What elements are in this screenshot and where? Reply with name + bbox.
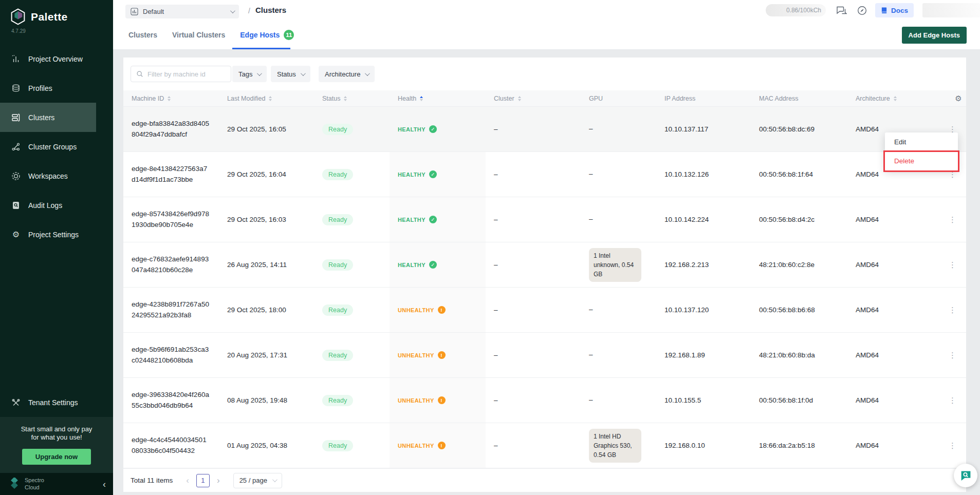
feedback-chat-icon[interactable] [836, 6, 847, 15]
status-filter-dropdown[interactable]: Status [271, 66, 310, 82]
health-status-icon [429, 125, 437, 133]
search-input[interactable] [147, 70, 226, 78]
explore-compass-icon[interactable] [857, 6, 867, 15]
table-row[interactable]: edge-c76832aefe914893047a48210b60c28e 26… [123, 242, 966, 288]
sort-icon[interactable] [269, 96, 272, 101]
last-modified-cell: 26 Aug 2025, 14:11 [219, 242, 314, 287]
sidebar-collapse-icon[interactable]: ‹ [103, 480, 106, 489]
docs-button[interactable]: Docs [875, 3, 914, 17]
context-menu-delete[interactable]: Delete [885, 151, 958, 170]
column-header-machine-id[interactable]: Machine ID [123, 95, 219, 102]
table-row[interactable]: edge-bfa83842a83d8405804f29a47ddbafcf 29… [123, 107, 966, 152]
status-badge: Ready [322, 304, 353, 316]
sidebar-item-profiles[interactable]: Profiles [0, 73, 113, 103]
tab-edge-hosts[interactable]: Edge Hosts 11 [240, 30, 294, 40]
mac-address-cell: 00:50:56:b8:1f:0d [751, 378, 847, 423]
sidebar-item-label: Project Settings [28, 231, 79, 239]
kebab-menu-icon[interactable]: ⋮ [945, 394, 960, 407]
sidebar-item-project-overview[interactable]: Project Overview [0, 44, 113, 73]
tab-virtual-clusters[interactable]: Virtual Clusters [172, 31, 225, 39]
column-header-health[interactable]: Health [390, 95, 486, 102]
tags-filter-dropdown[interactable]: Tags [232, 66, 267, 82]
kebab-menu-icon[interactable]: ⋮ [945, 213, 960, 226]
sort-icon[interactable] [168, 96, 171, 101]
last-modified-cell: 29 Oct 2025, 18:00 [219, 288, 314, 332]
kebab-menu-icon[interactable]: ⋮ [945, 258, 960, 272]
sidebar-item-workspaces[interactable]: Workspaces [0, 161, 113, 191]
sidebar-item-label: Project Overview [28, 55, 83, 63]
mac-address-cell: 00:50:56:b8:b6:68 [751, 288, 847, 332]
table-row[interactable]: edge-4238b891f7267a5024295521a92b3fa8 29… [123, 288, 966, 333]
ip-address-cell: 10.10.132.126 [656, 152, 751, 197]
sort-icon[interactable] [518, 96, 521, 101]
project-selector[interactable]: Default [125, 5, 239, 18]
kebab-menu-icon[interactable]: ⋮ [945, 303, 960, 317]
sidebar-item-audit-logs[interactable]: Audit Logs [0, 191, 113, 220]
column-settings-gear-icon[interactable]: ⚙ [942, 94, 966, 103]
promo-line2: for what you use! [5, 433, 108, 442]
table-row[interactable]: edge-4c4c4544003450108033b6c04f504432 01… [123, 423, 966, 468]
health-badge: HEALTHY [398, 261, 437, 269]
table-header-row: Machine ID Last Modified Status Health C… [123, 90, 966, 107]
status-filter-label: Status [277, 70, 296, 78]
machine-id-search[interactable] [131, 66, 231, 82]
status-badge: Ready [322, 440, 353, 451]
column-header-mac-address: MAC Address [751, 95, 847, 102]
tab-edge-hosts-label: Edge Hosts [240, 31, 280, 39]
previous-page-icon[interactable]: ‹ [186, 475, 189, 486]
sidebar-nav: Project Overview Profiles Clusters Clust… [0, 44, 113, 249]
machine-id-cell: edge-4238b891f7267a5024295521a92b3fa8 [123, 288, 219, 332]
table-row[interactable]: edge-857438426ef9d9781930dbe90b705e4e 29… [123, 197, 966, 242]
column-header-status[interactable]: Status [314, 95, 390, 102]
table-row[interactable]: edge-5b96f691ab253ca3c02448210b608bda 20… [123, 333, 966, 378]
status-cell: Ready [314, 423, 390, 468]
help-chat-launcher[interactable] [954, 464, 977, 487]
row-actions-cell: ⋮ [942, 423, 966, 468]
chevron-down-icon [301, 71, 306, 76]
last-modified-cell: 01 Aug 2025, 04:38 [219, 423, 314, 468]
gpu-cell: 1 Intel HD Graphics 530, 0.54 GB [581, 423, 656, 468]
docs-label: Docs [891, 7, 908, 14]
status-badge: Ready [322, 350, 353, 361]
architecture-filter-dropdown[interactable]: Architecture [319, 66, 375, 82]
user-account-area[interactable] [922, 3, 980, 17]
sort-icon[interactable] [344, 96, 347, 101]
cluster-cell: – [486, 333, 581, 377]
clusters-icon [11, 113, 21, 122]
sidebar-item-cluster-groups[interactable]: Cluster Groups [0, 132, 113, 161]
usage-quota-pill: 0.86/100kCh [766, 4, 826, 16]
status-cell: Ready [314, 242, 390, 287]
kebab-menu-icon[interactable]: ⋮ [945, 439, 960, 452]
page-size-value: 25 / page [239, 477, 267, 484]
health-cell: HEALTHY [390, 107, 486, 151]
page-size-select[interactable]: 25 / page [233, 473, 282, 488]
health-status-icon [438, 306, 446, 314]
row-actions-cell: ⋮ [942, 288, 966, 332]
upgrade-now-button[interactable]: Upgrade now [22, 449, 91, 465]
column-header-architecture[interactable]: Architecture [847, 95, 942, 102]
add-edge-hosts-button[interactable]: Add Edge Hosts [902, 27, 967, 44]
brand-footer: Spectro Cloud ‹ [0, 473, 113, 495]
sort-icon[interactable] [894, 96, 897, 101]
next-page-icon[interactable]: › [217, 475, 220, 486]
sidebar-item-clusters[interactable]: Clusters [0, 103, 96, 132]
table-row[interactable]: edge-8e41384227563a7d14df9f1d1ac73bbe 29… [123, 152, 966, 197]
row-actions-cell: ⋮ [942, 242, 966, 287]
column-header-cluster[interactable]: Cluster [486, 95, 581, 102]
mac-address-cell: 48:21:0b:60:c2:8e [751, 242, 847, 287]
status-cell: Ready [314, 288, 390, 332]
current-page-button[interactable]: 1 [196, 474, 210, 487]
tab-clusters[interactable]: Clusters [128, 31, 157, 39]
sidebar-item-tenant-settings[interactable]: Tenant Settings [0, 388, 113, 417]
gpu-cell: – [581, 333, 656, 377]
sort-icon-active-asc[interactable] [420, 96, 423, 101]
kebab-menu-icon[interactable]: ⋮ [945, 349, 960, 362]
pagination-bar: Total 11 items ‹ 1 › 25 / page [123, 468, 966, 492]
last-modified-cell: 20 Aug 2025, 17:31 [219, 333, 314, 377]
column-header-ip-address: IP Address [656, 95, 751, 102]
context-menu-edit[interactable]: Edit [885, 132, 958, 151]
table-row[interactable]: edge-396338420e4f260a55c3bbd046db9b64 08… [123, 378, 966, 423]
status-cell: Ready [314, 197, 390, 242]
sidebar-item-project-settings[interactable]: ⚙ Project Settings [0, 220, 113, 249]
column-header-last-modified[interactable]: Last Modified [219, 95, 314, 102]
